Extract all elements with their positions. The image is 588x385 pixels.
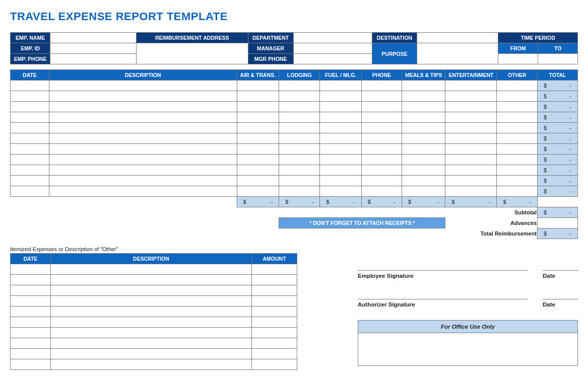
itm-cell[interactable] [11,338,51,349]
grid-cell[interactable] [279,155,320,165]
itm-cell[interactable] [50,296,251,306]
grid-cell[interactable] [237,123,279,133]
input-manager[interactable] [293,43,372,54]
grid-cell[interactable] [11,91,49,102]
itm-cell[interactable] [11,328,51,338]
grid-cell[interactable] [402,102,445,112]
grid-cell[interactable] [402,186,445,197]
itm-cell[interactable] [50,264,251,275]
grid-cell[interactable] [49,155,237,165]
grid-cell[interactable] [445,112,497,123]
itm-cell[interactable] [252,349,297,359]
grid-cell[interactable] [320,91,361,102]
grid-cell[interactable] [361,123,402,133]
grid-cell[interactable] [49,112,237,123]
grid-cell[interactable] [237,133,279,144]
grid-cell[interactable] [11,176,49,186]
grid-cell[interactable] [445,133,497,144]
grid-cell[interactable] [402,91,445,102]
grid-cell[interactable] [361,186,402,197]
grid-cell[interactable] [11,165,49,176]
grid-cell[interactable] [497,155,538,165]
input-purpose[interactable] [417,43,498,64]
grid-cell[interactable] [361,144,402,155]
grid-cell[interactable] [11,186,49,197]
grid-cell[interactable] [402,123,445,133]
itm-cell[interactable] [50,338,251,349]
grid-cell[interactable] [279,102,320,112]
grid-cell[interactable] [497,176,538,186]
grid-cell[interactable] [11,133,49,144]
office-body[interactable] [358,333,577,365]
grid-cell[interactable] [445,102,497,112]
input-emp-name[interactable] [50,33,137,43]
grid-cell[interactable] [402,176,445,186]
itm-cell[interactable] [11,317,51,328]
grid-cell[interactable] [445,186,497,197]
grid-cell[interactable] [402,144,445,155]
itm-cell[interactable] [252,275,297,285]
itm-cell[interactable] [11,359,51,370]
itm-cell[interactable] [252,306,297,317]
itm-cell[interactable] [11,349,51,359]
grid-cell[interactable] [237,91,279,102]
grid-cell[interactable] [279,81,320,91]
grid-cell[interactable] [320,186,361,197]
itm-cell[interactable] [11,306,51,317]
itm-cell[interactable] [50,306,251,317]
grid-cell[interactable] [237,186,279,197]
grid-cell[interactable] [11,102,49,112]
itm-cell[interactable] [252,359,297,370]
itm-cell[interactable] [252,296,297,306]
grid-cell[interactable] [445,91,497,102]
grid-cell[interactable] [445,81,497,91]
itm-cell[interactable] [252,338,297,349]
itm-cell[interactable] [11,285,51,296]
grid-cell[interactable] [320,144,361,155]
grid-cell[interactable] [320,133,361,144]
grid-cell[interactable] [237,81,279,91]
grid-cell[interactable] [279,91,320,102]
grid-cell[interactable] [361,133,402,144]
grid-cell[interactable] [49,91,237,102]
grid-cell[interactable] [49,123,237,133]
grid-cell[interactable] [279,133,320,144]
grid-cell[interactable] [279,123,320,133]
input-advances[interactable] [538,218,578,228]
grid-cell[interactable] [237,165,279,176]
grid-cell[interactable] [11,144,49,155]
grid-cell[interactable] [497,112,538,123]
input-reimb-addr[interactable] [136,43,248,64]
grid-cell[interactable] [497,186,538,197]
itm-cell[interactable] [252,328,297,338]
grid-cell[interactable] [279,165,320,176]
itm-cell[interactable] [50,349,251,359]
itm-cell[interactable] [11,296,51,306]
grid-cell[interactable] [320,165,361,176]
input-to[interactable] [538,54,578,64]
grid-cell[interactable] [49,144,237,155]
grid-cell[interactable] [11,81,49,91]
input-from[interactable] [498,54,538,64]
itm-cell[interactable] [50,275,251,285]
input-department[interactable] [293,33,372,43]
input-mgr-phone[interactable] [293,54,372,64]
grid-cell[interactable] [320,155,361,165]
grid-cell[interactable] [49,176,237,186]
grid-cell[interactable] [49,81,237,91]
itm-cell[interactable] [50,317,251,328]
itm-cell[interactable] [50,328,251,338]
grid-cell[interactable] [361,155,402,165]
grid-cell[interactable] [402,165,445,176]
grid-cell[interactable] [320,123,361,133]
grid-cell[interactable] [279,176,320,186]
grid-cell[interactable] [49,102,237,112]
itm-cell[interactable] [11,275,51,285]
grid-cell[interactable] [445,123,497,133]
grid-cell[interactable] [11,123,49,133]
grid-cell[interactable] [497,133,538,144]
itm-cell[interactable] [252,317,297,328]
grid-cell[interactable] [49,133,237,144]
grid-cell[interactable] [320,112,361,123]
grid-cell[interactable] [320,81,361,91]
